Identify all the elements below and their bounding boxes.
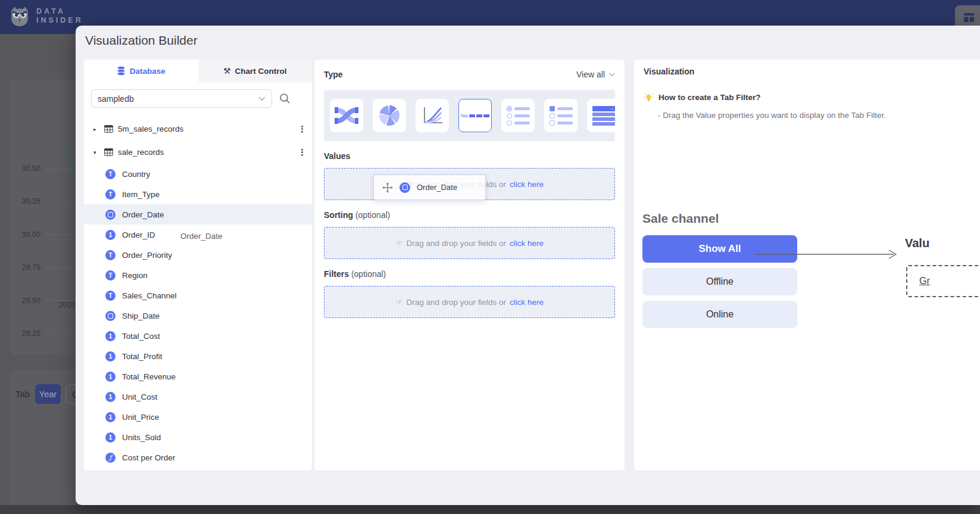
field-row[interactable]: T Sales_Channel: [84, 285, 312, 306]
type-section-title: Type: [324, 70, 343, 79]
sorting-dropzone[interactable]: ☞ Drag and drop your fields or click her…: [324, 227, 615, 259]
field-name: Units_Sold: [122, 433, 161, 442]
caret-right-icon[interactable]: ▸: [93, 126, 99, 132]
database-panel: Database ⚒ Chart Control sampledb ▸: [84, 60, 312, 471]
tools-icon: ⚒: [223, 66, 231, 76]
kebab-menu-icon[interactable]: ⋮: [298, 124, 304, 135]
tab-database[interactable]: Database: [84, 60, 198, 82]
field-type-icon: T: [105, 270, 116, 281]
values-dropzone[interactable]: ☞ Drag and drop your fields or click her…: [324, 168, 615, 200]
brand-logo: DATA INSIDER: [8, 5, 83, 27]
chart-config-panel: Type View all: [314, 60, 625, 471]
chevron-down-icon: [608, 73, 615, 77]
kebab-menu-icon[interactable]: ⋮: [298, 147, 304, 158]
field-type-icon: T: [105, 189, 116, 200]
field-row[interactable]: T Order_Priority: [84, 245, 312, 265]
chart-y-tick: 29.25: [0, 329, 76, 338]
field-type-icon: 1: [105, 331, 116, 341]
lightbulb-icon: [644, 92, 654, 102]
dragging-field-chip[interactable]: Order_Date: [373, 175, 486, 200]
view-all-button[interactable]: View all: [576, 70, 615, 79]
field-type-icon: 1: [105, 372, 116, 382]
filters-dropzone[interactable]: ☞ Drag and drop your fields or click her…: [324, 286, 615, 318]
field-row[interactable]: Ship_Date: [84, 306, 312, 326]
field-type-icon: 1: [105, 230, 116, 240]
field-type-icon: 1: [105, 432, 116, 443]
type-line-icon[interactable]: [416, 99, 449, 132]
field-name: Total_Cost: [122, 332, 160, 341]
field-list: T Country T Item_Type Order_Date 1 Order…: [84, 164, 312, 468]
field-name: Ship_Date: [122, 311, 160, 320]
visualization-builder-modal: Visualization Builder Database ⚒ Chart C…: [76, 26, 980, 505]
table-icon: [104, 125, 113, 133]
field-row[interactable]: 1 Total_Profit: [84, 346, 312, 366]
field-name: Item_Type: [122, 190, 160, 199]
type-tab-filter-icon[interactable]: Tab: [458, 99, 492, 132]
filter-year-button[interactable]: Year: [35, 384, 61, 404]
field-name: Region: [122, 271, 148, 280]
drag-ghost-label: Order_Date: [180, 232, 223, 241]
field-name: Total_Profit: [122, 352, 163, 361]
table-icon: [104, 148, 113, 156]
field-row[interactable]: 1 Units_Sold: [84, 427, 312, 447]
type-dropdown-icon[interactable]: ⌄: [587, 99, 620, 132]
visualization-title: Visualization: [644, 67, 980, 76]
tab-chart-control[interactable]: ⚒ Chart Control: [198, 60, 313, 82]
type-sankey-icon[interactable]: [330, 99, 363, 132]
chart-line-teal: [0, 77, 76, 328]
function-field-icon: ƒ: [105, 453, 116, 463]
field-name: Unit_Price: [122, 413, 159, 422]
database-select[interactable]: sampledb: [91, 89, 272, 108]
date-field-icon: [105, 210, 116, 220]
field-row[interactable]: ƒ Cost per Order: [84, 447, 312, 468]
filters-click-here-link[interactable]: click here: [510, 298, 544, 307]
tip-body: - Drag the Value properties you want to …: [658, 111, 980, 120]
database-icon: [117, 66, 126, 76]
field-name: Order_Priority: [122, 251, 172, 260]
type-checkbox-list-icon[interactable]: [544, 99, 578, 132]
field-type-icon: 1: [105, 351, 116, 362]
field-type-icon: T: [105, 250, 116, 260]
field-row[interactable]: T Item_Type: [84, 184, 312, 204]
sale-option-online[interactable]: Online: [642, 301, 797, 328]
filter-bar-label: Tab: [15, 389, 30, 399]
field-type-icon: 1: [105, 392, 116, 402]
field-type-icon: 1: [105, 412, 116, 422]
tree-table-sale-records[interactable]: ▾ sale_records ⋮: [84, 141, 312, 164]
visualization-panel: Visualization How to create a Tab Filter…: [634, 60, 980, 471]
sale-option-offline[interactable]: Offline: [642, 268, 797, 295]
date-field-icon: [400, 182, 410, 193]
field-name: Order_Date: [122, 210, 164, 219]
field-row[interactable]: 1 Total_Revenue: [84, 366, 312, 387]
left-panel-tabs: Database ⚒ Chart Control: [84, 60, 312, 82]
field-row[interactable]: 1 Unit_Price: [84, 407, 312, 427]
field-name: Order_ID: [122, 230, 155, 239]
sorting-click-here-link[interactable]: click here: [510, 239, 544, 248]
field-row[interactable]: T Region: [84, 265, 312, 285]
values-label: Values: [324, 151, 615, 161]
brand-line1: DATA: [36, 7, 83, 16]
field-type-icon: T: [105, 291, 116, 301]
annotation-value-label: Valu: [905, 236, 929, 250]
owl-logo-icon: [8, 5, 31, 27]
schema-tree: ▸ 5m_sales_records ⋮ ▾: [84, 113, 312, 468]
tree-table-5m-sales-records[interactable]: ▸ 5m_sales_records ⋮: [84, 117, 312, 141]
type-pie-icon[interactable]: [373, 99, 406, 132]
chart-type-strip: Tab: [324, 90, 615, 141]
field-row[interactable]: 1 Total_Cost: [84, 326, 312, 346]
type-radio-list-icon[interactable]: [501, 99, 535, 132]
values-click-here-link[interactable]: click here: [510, 180, 544, 189]
chart-x-tick: 2010: [58, 301, 75, 309]
field-row[interactable]: T Country: [84, 164, 312, 184]
caret-down-icon[interactable]: ▾: [93, 149, 99, 155]
search-icon[interactable]: [279, 93, 291, 104]
date-field-icon: [105, 311, 116, 321]
field-name: Cost per Order: [122, 453, 175, 462]
filters-label: Filters (optional): [324, 269, 615, 279]
move-icon: [382, 182, 393, 193]
chip-label: Order_Date: [417, 183, 457, 192]
annotation-group-label[interactable]: Gr: [919, 276, 930, 286]
field-row[interactable]: 1 Unit_Cost: [84, 387, 312, 407]
field-row[interactable]: Order_Date: [84, 204, 312, 225]
brand-line2: INSIDER: [36, 16, 83, 25]
